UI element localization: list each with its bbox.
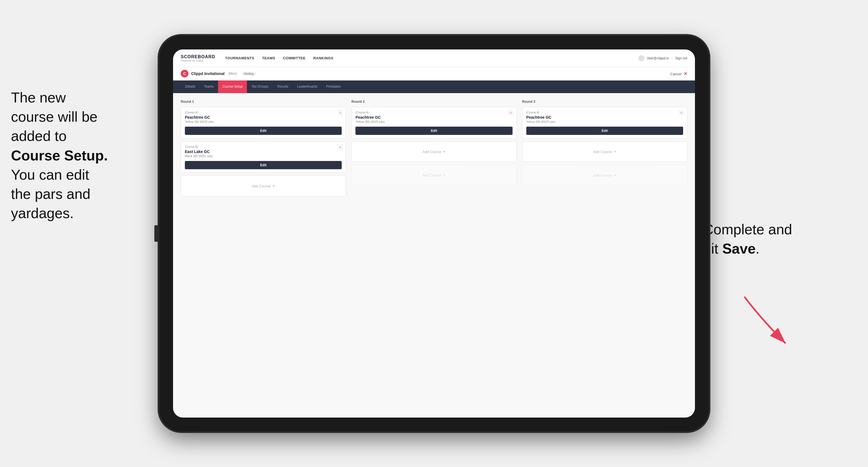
round3-add-plus-disabled-icon: + <box>614 173 616 178</box>
round1-course-a-delete[interactable]: ⊡ <box>337 110 343 115</box>
cancel-x-icon[interactable]: ✕ <box>684 71 687 76</box>
round-2-label: Round 2 <box>351 100 517 103</box>
round1-add-plus-icon: + <box>272 184 275 188</box>
tab-bar: Details Teams Course Setup Tee Groups Re… <box>173 81 695 93</box>
round1-course-a-details: Yellow (M) (6629 yds) <box>185 120 342 123</box>
nav-user-area: blair@clippd.io | Sign out <box>639 55 687 61</box>
round3-add-plus-icon: + <box>614 149 616 154</box>
breadcrumb-bar: C Clippd Invitational (Men) Hosting Canc… <box>173 67 695 81</box>
tablet-side-button <box>154 225 159 242</box>
arrow-right <box>728 291 805 352</box>
round3-add-course-disabled: Add Course + <box>522 165 687 186</box>
round3-course-a-edit[interactable]: Edit <box>526 127 683 135</box>
left-annotation: The new course will be added to Course S… <box>11 88 181 223</box>
round2-course-a-edit[interactable]: Edit <box>355 127 512 135</box>
round-3-column: Round 3 ⊡ (Course A) Peachtree GC Yellow… <box>522 100 687 199</box>
round2-course-a-tag: (Course A) <box>355 111 512 114</box>
cancel-area[interactable]: Cancel ✕ <box>670 71 687 76</box>
nav-tournaments[interactable]: TOURNAMENTS <box>225 55 254 61</box>
user-avatar <box>639 55 644 61</box>
scoreboard-logo: SCOREBOARD Powered by clippd <box>181 54 215 62</box>
user-email: blair@clippd.io <box>647 56 669 60</box>
tab-tee-groups[interactable]: Tee Groups <box>247 81 273 93</box>
round3-add-course-disabled-label: Add Course <box>593 173 612 178</box>
round3-course-a-name: Peachtree GC <box>526 115 683 120</box>
nav-committee[interactable]: COMMITTEE <box>283 55 306 61</box>
round1-course-b-details: Black (M) (6891 yds) <box>185 154 342 158</box>
tab-printables[interactable]: Printables <box>322 81 345 93</box>
round-3-label: Round 3 <box>522 100 687 103</box>
round2-add-course-disabled-label: Add Course <box>423 173 441 178</box>
round2-add-course[interactable]: Add Course + <box>351 141 517 162</box>
nav-teams[interactable]: TEAMS <box>262 55 275 61</box>
round2-add-plus-icon: + <box>443 149 445 154</box>
tab-details[interactable]: Details <box>181 81 200 93</box>
clippd-logo: C <box>181 70 188 77</box>
round1-course-a-card: ⊡ (Course A) Peachtree GC Yellow (M) (66… <box>181 107 346 138</box>
rounds-grid: Round 1 ⊡ (Course A) Peachtree GC Yellow… <box>181 100 687 199</box>
round2-add-plus-disabled-icon: + <box>443 173 445 178</box>
breadcrumb-left: C Clippd Invitational (Men) Hosting <box>181 70 256 77</box>
tournament-type: (Men) <box>228 72 237 75</box>
round-1-column: Round 1 ⊡ (Course A) Peachtree GC Yellow… <box>181 100 346 199</box>
round1-add-course-label: Add Course <box>252 184 271 188</box>
logo-subtitle: Powered by clippd <box>181 59 215 62</box>
round3-add-course[interactable]: Add Course + <box>522 141 687 162</box>
main-content: Round 1 ⊡ (Course A) Peachtree GC Yellow… <box>173 93 695 417</box>
round1-course-b-delete[interactable]: ⊡ <box>337 144 343 150</box>
tournament-name: Clippd Invitational <box>191 71 224 76</box>
cancel-button[interactable]: Cancel <box>670 72 681 76</box>
round-1-label: Round 1 <box>181 100 346 103</box>
round3-course-a-card: ⊡ (Course A) Peachtree GC Yellow (M) (66… <box>522 107 687 138</box>
round1-course-b-name: East Lake GC <box>185 150 342 154</box>
round2-add-course-disabled: Add Course + <box>351 165 517 186</box>
round1-course-b-edit[interactable]: Edit <box>185 161 342 169</box>
round3-course-a-details: Yellow (M) (6629 yds) <box>526 120 683 123</box>
round2-course-a-name: Peachtree GC <box>355 115 512 120</box>
tablet-device: SCOREBOARD Powered by clippd TOURNAMENTS… <box>159 36 709 431</box>
tab-results[interactable]: Results <box>273 81 292 93</box>
round2-course-a-card: ⊡ (Course A) Peachtree GC Yellow (M) (66… <box>351 107 517 138</box>
round2-add-course-label: Add Course <box>423 150 441 154</box>
round1-course-b-card: ⊡ (Course B) East Lake GC Black (M) (689… <box>181 141 346 173</box>
round1-course-a-tag: (Course A) <box>185 111 342 114</box>
sign-out-link[interactable]: Sign out <box>675 56 687 60</box>
nav-rankings[interactable]: RANKINGS <box>313 55 333 61</box>
round1-add-course[interactable]: Add Course + <box>181 176 346 196</box>
nav-links: TOURNAMENTS TEAMS COMMITTEE RANKINGS <box>225 55 639 61</box>
right-annotation: Complete and hit Save. <box>703 220 835 258</box>
tab-leaderboards[interactable]: Leaderboards <box>292 81 322 93</box>
round1-course-a-name: Peachtree GC <box>185 115 342 120</box>
round3-course-a-tag: (Course A) <box>526 111 683 114</box>
round2-course-a-details: Yellow (M) (6629 yds) <box>355 120 512 123</box>
round-2-column: Round 2 ⊡ (Course A) Peachtree GC Yellow… <box>351 100 517 199</box>
round3-add-course-label: Add Course <box>593 150 612 154</box>
round2-course-a-delete[interactable]: ⊡ <box>508 110 514 115</box>
tab-teams[interactable]: Teams <box>200 81 218 93</box>
tablet-screen: SCOREBOARD Powered by clippd TOURNAMENTS… <box>173 50 695 417</box>
round1-course-a-edit[interactable]: Edit <box>185 127 342 135</box>
tab-course-setup[interactable]: Course Setup <box>218 81 247 93</box>
round1-course-b-tag: (Course B) <box>185 145 342 148</box>
logo-title: SCOREBOARD <box>181 54 215 59</box>
hosting-badge: Hosting <box>242 72 256 76</box>
round3-course-a-delete[interactable]: ⊡ <box>679 110 684 115</box>
top-navigation: SCOREBOARD Powered by clippd TOURNAMENTS… <box>173 50 695 67</box>
